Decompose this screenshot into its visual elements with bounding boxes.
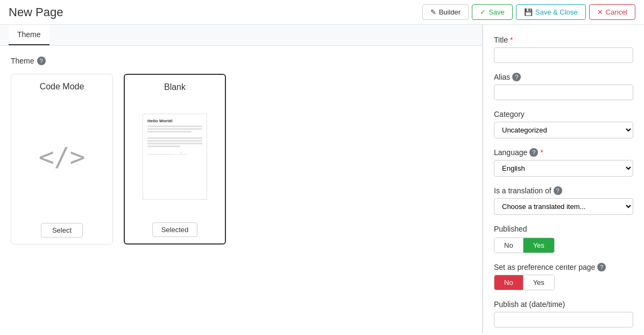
category-field-group: Category Uncategorized <box>494 110 633 138</box>
theme-card-code: Code Mode </> Select <box>11 74 113 245</box>
publish-at-input[interactable] <box>494 312 633 327</box>
publish-at-label: Publish at (date/time) <box>494 300 633 309</box>
published-yes-button[interactable]: Yes <box>523 238 554 253</box>
blank-line-5 <box>147 140 202 142</box>
language-select[interactable]: English <box>494 160 633 177</box>
translation-select[interactable]: Choose a translated item... <box>494 198 633 215</box>
checkmark-icon: ✓ <box>480 8 486 16</box>
theme-card-blank: Blank Hello World! _________ <box>124 74 226 245</box>
blank-selected-button[interactable]: Selected <box>152 222 198 237</box>
code-icon: </> <box>39 142 86 172</box>
blank-line-1 <box>147 125 202 127</box>
blank-preview: Hello World! _______________ ___/___ <box>125 97 225 216</box>
main-layout: Theme Theme ? Code Mode </> Select <box>0 25 644 333</box>
title-required: * <box>510 36 513 44</box>
save-close-button[interactable]: 💾 Save & Close <box>516 4 586 20</box>
title-field-group: Title * <box>494 36 633 63</box>
published-label: Published <box>494 225 633 233</box>
preference-help-icon[interactable]: ? <box>597 263 606 271</box>
published-field-group: Published No Yes <box>494 225 633 253</box>
builder-icon: ✎ <box>430 8 436 16</box>
right-panel: Title * Alias ? Category Uncategorized <box>483 25 644 333</box>
builder-button[interactable]: ✎ Builder <box>422 4 469 20</box>
publish-at-field-group: Publish at (date/time) <box>494 300 633 327</box>
blank-hello-world: Hello World! <box>147 118 202 123</box>
save-button[interactable]: ✓ Save <box>472 4 513 20</box>
title-label: Title * <box>494 36 633 44</box>
blank-line-7 <box>147 145 180 147</box>
left-panel: Theme Theme ? Code Mode </> Select <box>0 25 483 333</box>
translation-label: Is a translation of ? <box>494 186 633 195</box>
preference-toggle: No Yes <box>494 275 555 290</box>
blank-line-6 <box>147 143 202 144</box>
alias-label: Alias ? <box>494 73 633 81</box>
preference-label: Set as preference center page ? <box>494 263 633 271</box>
blank-footer-line: _______________ ___/___ <box>147 151 202 155</box>
tab-theme[interactable]: Theme <box>9 25 49 45</box>
alias-input[interactable] <box>494 85 633 100</box>
page-title: New Page <box>9 5 63 19</box>
preference-yes-button[interactable]: Yes <box>523 275 554 290</box>
theme-section-label: Theme ? <box>11 57 471 65</box>
code-mode-preview: </> <box>11 97 112 217</box>
header-actions: ✎ Builder ✓ Save 💾 Save & Close ✕ Cancel <box>422 4 635 20</box>
language-help-icon[interactable]: ? <box>529 148 538 157</box>
category-select[interactable]: Uncategorized <box>494 122 633 138</box>
code-mode-footer: Select <box>11 217 112 244</box>
translation-help-icon[interactable]: ? <box>554 186 562 195</box>
theme-cards: Code Mode </> Select Blank Hello World! <box>11 74 471 245</box>
language-field-group: Language ? * English <box>494 148 633 177</box>
code-mode-title: Code Mode <box>11 74 112 97</box>
code-mode-select-button[interactable]: Select <box>41 223 83 238</box>
blank-line-4 <box>147 137 202 139</box>
published-toggle: No Yes <box>494 238 555 253</box>
cancel-button[interactable]: ✕ Cancel <box>589 4 635 20</box>
close-icon: ✕ <box>597 8 603 16</box>
alias-field-group: Alias ? <box>494 73 633 100</box>
save-icon: 💾 <box>524 8 533 16</box>
preference-no-button[interactable]: No <box>494 275 523 290</box>
blank-line-3 <box>147 131 192 132</box>
blank-line-2 <box>147 128 202 130</box>
blank-footer: Selected <box>125 216 225 243</box>
alias-help-icon[interactable]: ? <box>512 73 521 81</box>
language-label: Language ? * <box>494 148 633 157</box>
blank-title: Blank <box>125 75 225 97</box>
theme-help-icon[interactable]: ? <box>37 57 46 65</box>
translation-field-group: Is a translation of ? Choose a translate… <box>494 186 633 215</box>
category-label: Category <box>494 110 633 118</box>
theme-section: Theme ? Code Mode </> Select Blank <box>0 46 482 255</box>
language-required: * <box>540 148 543 157</box>
published-no-button[interactable]: No <box>494 238 523 253</box>
tabs-bar: Theme <box>0 25 482 46</box>
title-input[interactable] <box>494 47 633 63</box>
page-header: New Page ✎ Builder ✓ Save 💾 Save & Close… <box>0 0 644 25</box>
preference-field-group: Set as preference center page ? No Yes <box>494 263 633 290</box>
blank-preview-content: Hello World! _______________ ___/___ <box>143 114 207 200</box>
